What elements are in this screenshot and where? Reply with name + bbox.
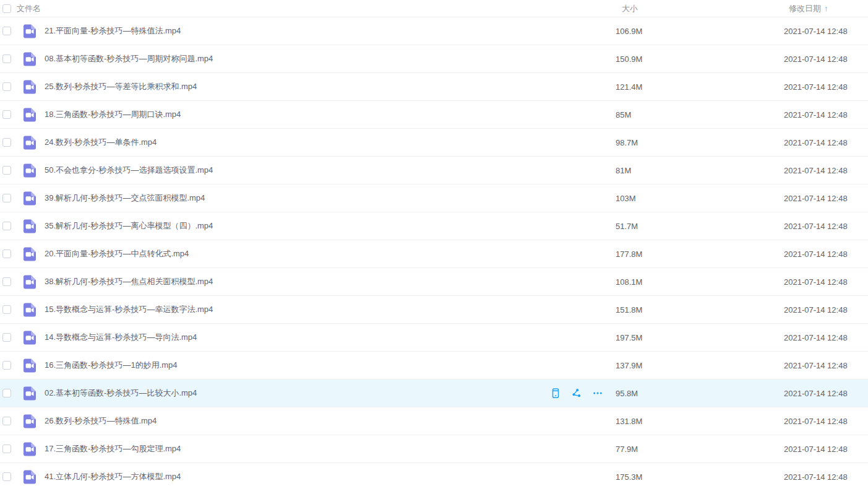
file-date: 2021-07-14 12:48 <box>784 194 868 203</box>
video-file-icon <box>22 135 37 150</box>
video-file-icon <box>22 469 37 484</box>
row-checkbox[interactable] <box>2 138 11 147</box>
file-name[interactable]: 08.基本初等函数-秒杀技巧—周期对称问题.mp4 <box>45 53 616 64</box>
sort-arrow-up-icon[interactable]: ↑ <box>824 4 828 13</box>
column-header-date-label: 修改日期 <box>789 3 821 14</box>
file-name[interactable]: 18.三角函数-秒杀技巧—周期口诀.mp4 <box>45 109 616 120</box>
row-checkbox[interactable] <box>2 277 11 286</box>
file-size: 137.9M <box>616 361 784 370</box>
file-size: 51.7M <box>616 222 784 231</box>
column-header-filename[interactable]: 文件名 <box>17 4 41 13</box>
table-row[interactable]: 25.数列-秒杀技巧—等差等比乘积求和.mp4 <box>0 73 868 101</box>
row-checkbox[interactable] <box>2 82 11 91</box>
file-date: 2021-07-14 12:48 <box>784 138 868 147</box>
row-checkbox[interactable] <box>2 27 11 35</box>
file-size: 103M <box>616 194 784 203</box>
row-checkbox[interactable] <box>2 222 11 230</box>
file-name[interactable]: 50.不会也拿分-秒杀技巧—选择题选项设置.mp4 <box>45 165 616 176</box>
file-name[interactable]: 02.基本初等函数-秒杀技巧—比较大小.mp4 <box>45 388 550 399</box>
row-checkbox[interactable] <box>2 361 11 370</box>
column-header-date[interactable]: 修改日期 ↑ <box>784 3 868 14</box>
file-name[interactable]: 26.数列-秒杀技巧—特殊值.mp4 <box>45 415 616 427</box>
file-name[interactable]: 16.三角函数-秒杀技巧—1的妙用.mp4 <box>45 360 616 371</box>
file-date: 2021-07-14 12:48 <box>784 445 868 454</box>
file-name[interactable]: 35.解析几何-秒杀技巧—离心率模型（四）.mp4 <box>45 220 616 232</box>
file-name[interactable]: 20.平面向量-秒杀技巧—中点转化式.mp4 <box>45 248 616 259</box>
table-row[interactable]: 02.基本初等函数-秒杀技巧—比较大小.mp4 <box>0 380 868 407</box>
file-name[interactable]: 15.导数概念与运算-秒杀技巧—幸运数字法.mp4 <box>45 304 616 315</box>
column-header-size[interactable]: 大小 <box>616 3 784 14</box>
row-checkbox[interactable] <box>2 166 11 175</box>
row-checkbox[interactable] <box>2 333 11 342</box>
file-date: 2021-07-14 12:48 <box>784 222 868 231</box>
file-size: 151.8M <box>616 305 784 315</box>
row-checkbox[interactable] <box>2 445 11 453</box>
table-row[interactable]: 17.三角函数-秒杀技巧—勾股定理.mp4 <box>0 435 868 463</box>
row-checkbox[interactable] <box>2 194 11 202</box>
file-date: 2021-07-14 12:48 <box>784 305 868 315</box>
file-date: 2021-07-14 12:48 <box>784 110 868 119</box>
file-name[interactable]: 21.平面向量-秒杀技巧—特殊值法.mp4 <box>45 25 616 37</box>
ellipsis-icon[interactable] <box>592 388 603 399</box>
file-date: 2021-07-14 12:48 <box>784 250 868 259</box>
table-row[interactable]: 20.平面向量-秒杀技巧—中点转化式.mp4 <box>0 240 868 268</box>
table-row[interactable]: 21.平面向量-秒杀技巧—特殊值法.mp4 <box>0 17 868 45</box>
table-row[interactable]: 18.三角函数-秒杀技巧—周期口诀.mp4 <box>0 101 868 129</box>
file-name[interactable]: 25.数列-秒杀技巧—等差等比乘积求和.mp4 <box>45 81 616 92</box>
file-date: 2021-07-14 12:48 <box>784 54 868 64</box>
file-name[interactable]: 39.解析几何-秒杀技巧—交点弦面积模型.mp4 <box>45 193 616 204</box>
video-file-icon <box>22 79 37 94</box>
video-file-icon <box>22 274 37 289</box>
file-date: 2021-07-14 12:48 <box>784 166 868 175</box>
table-row[interactable]: 38.解析几何-秒杀技巧—焦点相关面积模型.mp4 <box>0 268 868 296</box>
file-name[interactable]: 14.导数概念与运算-秒杀技巧—导向法.mp4 <box>45 332 616 343</box>
device-icon[interactable] <box>550 388 561 399</box>
table-row[interactable]: 24.数列-秒杀技巧—单条件.mp4 <box>0 129 868 157</box>
video-file-icon <box>22 441 37 456</box>
video-file-icon <box>22 414 37 428</box>
file-size: 98.7M <box>616 138 784 147</box>
select-all-checkbox[interactable] <box>2 4 11 13</box>
file-name[interactable]: 41.立体几何-秒杀技巧—方体模型.mp4 <box>45 471 616 482</box>
file-date: 2021-07-14 12:48 <box>784 472 868 482</box>
table-row[interactable]: 16.三角函数-秒杀技巧—1的妙用.mp4 <box>0 352 868 380</box>
table-header: 文件名 大小 修改日期 ↑ <box>0 0 868 17</box>
file-size: 108.1M <box>616 277 784 287</box>
file-name[interactable]: 38.解析几何-秒杀技巧—焦点相关面积模型.mp4 <box>45 276 616 287</box>
video-file-icon <box>22 24 37 38</box>
row-checkbox[interactable] <box>2 472 11 481</box>
table-row[interactable]: 35.解析几何-秒杀技巧—离心率模型（四）.mp4 <box>0 212 868 240</box>
file-size: 121.4M <box>616 82 784 92</box>
table-row[interactable]: 08.基本初等函数-秒杀技巧—周期对称问题.mp4 <box>0 45 868 73</box>
row-hover-actions <box>550 388 603 399</box>
table-row[interactable]: 50.不会也拿分-秒杀技巧—选择题选项设置.mp4 <box>0 157 868 184</box>
file-table-body: 21.平面向量-秒杀技巧—特殊值法.mp4 <box>0 17 868 486</box>
share-icon[interactable] <box>571 388 582 399</box>
file-size: 197.5M <box>616 333 784 342</box>
table-row[interactable]: 14.导数概念与运算-秒杀技巧—导向法.mp4 <box>0 324 868 352</box>
file-date: 2021-07-14 12:48 <box>784 27 868 36</box>
file-size: 177.8M <box>616 250 784 259</box>
table-row[interactable]: 41.立体几何-秒杀技巧—方体模型.mp4 <box>0 463 868 486</box>
file-date: 2021-07-14 12:48 <box>784 361 868 370</box>
row-checkbox[interactable] <box>2 250 11 258</box>
file-size: 150.9M <box>616 54 784 64</box>
file-date: 2021-07-14 12:48 <box>784 417 868 426</box>
file-date: 2021-07-14 12:48 <box>784 333 868 342</box>
table-row[interactable]: 39.解析几何-秒杀技巧—交点弦面积模型.mp4 <box>0 184 868 212</box>
file-name[interactable]: 17.三角函数-秒杀技巧—勾股定理.mp4 <box>45 443 616 454</box>
row-checkbox[interactable] <box>2 110 11 119</box>
file-date: 2021-07-14 12:48 <box>784 277 868 287</box>
row-checkbox[interactable] <box>2 389 11 397</box>
row-checkbox[interactable] <box>2 54 11 63</box>
file-size: 175.3M <box>616 472 784 482</box>
row-checkbox[interactable] <box>2 417 11 425</box>
row-checkbox[interactable] <box>2 305 11 314</box>
file-name[interactable]: 24.数列-秒杀技巧—单条件.mp4 <box>45 137 616 148</box>
file-size: 95.8M <box>616 389 784 398</box>
video-file-icon <box>22 163 37 178</box>
table-row[interactable]: 15.导数概念与运算-秒杀技巧—幸运数字法.mp4 <box>0 296 868 324</box>
file-size: 106.9M <box>616 27 784 36</box>
table-row[interactable]: 26.数列-秒杀技巧—特殊值.mp4 <box>0 407 868 435</box>
video-file-icon <box>22 358 37 373</box>
